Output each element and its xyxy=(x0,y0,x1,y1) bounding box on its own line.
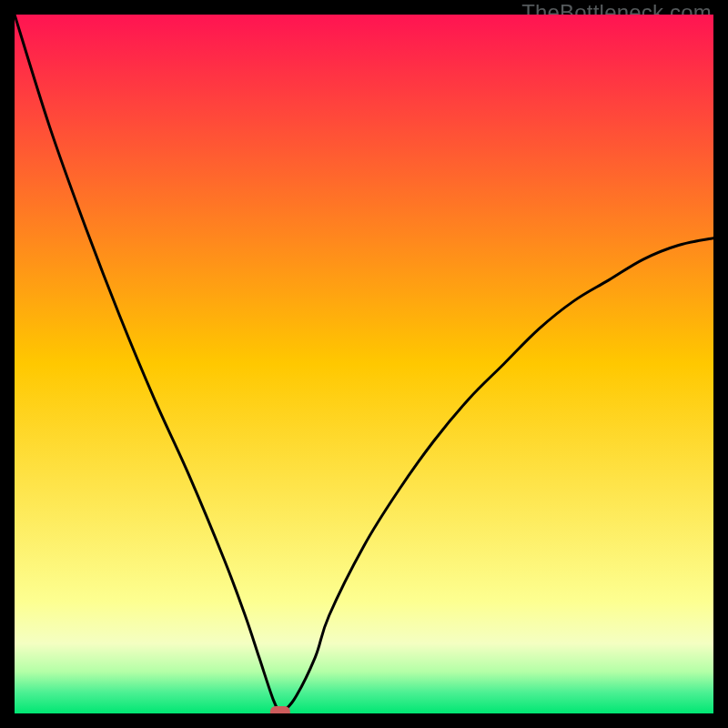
optimal-marker xyxy=(270,706,290,713)
gradient-background xyxy=(15,15,713,713)
chart-frame: TheBottleneck.com xyxy=(0,0,728,728)
bottleneck-plot xyxy=(15,15,713,713)
